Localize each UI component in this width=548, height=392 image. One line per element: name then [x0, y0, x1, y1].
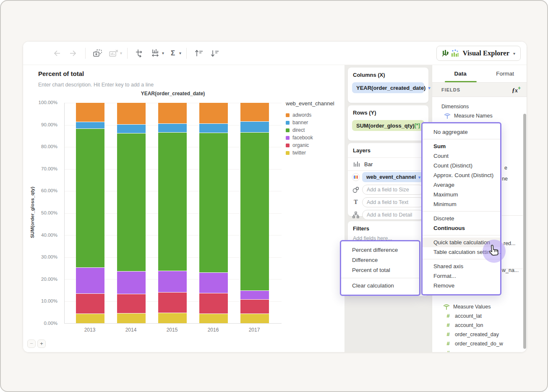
menu-item-percent-difference[interactable]: Percent difference: [341, 245, 419, 255]
field-item-clipped[interactable]: ne: [502, 176, 508, 182]
add-calculation-button[interactable]: ƒx+: [512, 85, 521, 94]
menu-item-percent-of-total[interactable]: Percent of total: [341, 265, 419, 275]
legend-item-direct[interactable]: direct: [286, 126, 334, 134]
menu-item-count[interactable]: Count: [423, 151, 500, 161]
sidebar-scrollbar[interactable]: [523, 114, 526, 349]
bar-segment-banner[interactable]: [158, 123, 187, 132]
field-item-measure-names[interactable]: Measure Names: [443, 112, 493, 119]
menu-item-format[interactable]: Format...: [423, 271, 500, 281]
legend-items: adwordsbannerdirectfacebookorganictwitte…: [286, 111, 334, 157]
bar-segment-organic[interactable]: [199, 293, 228, 314]
menu-item-difference[interactable]: Difference: [341, 255, 419, 265]
zoom-out-button[interactable]: −: [27, 340, 36, 348]
bar-segment-twitter[interactable]: [117, 313, 146, 323]
aggregate-button[interactable]: Σ: [165, 46, 180, 61]
field-item-order-created-day[interactable]: #order_created_day: [444, 331, 499, 337]
bar-segment-facebook[interactable]: [158, 271, 187, 292]
bar-segment-adwords[interactable]: [199, 103, 228, 123]
field-item-order-created-do-w[interactable]: #order_created_do_w: [444, 340, 503, 347]
swap-axes-button[interactable]: [132, 46, 147, 61]
field-item-clipped[interactable]: red...: [504, 240, 516, 246]
menu-item-minimum[interactable]: Minimum: [423, 199, 500, 209]
bar-segment-organic[interactable]: [117, 294, 146, 313]
sort-descending-button[interactable]: [207, 46, 222, 61]
bar-segment-twitter[interactable]: [199, 314, 228, 323]
menu-item-maximum[interactable]: Maximum: [423, 190, 500, 199]
bar-2014[interactable]: [117, 103, 146, 323]
field-item-account-lon[interactable]: #account_lon: [444, 322, 483, 328]
legend-item-banner[interactable]: banner: [286, 119, 334, 126]
app-switcher-button[interactable]: Visual Explorer ▾: [436, 46, 521, 61]
clear-chart-icon: [109, 49, 119, 58]
color-field-pill[interactable]: web_event_channel ▾: [362, 172, 425, 182]
axis-distribution-button[interactable]: [148, 46, 163, 61]
color-wheel-icon[interactable]: [351, 173, 360, 181]
bar-segment-direct[interactable]: [76, 128, 104, 267]
legend-item-organic[interactable]: organic: [286, 141, 334, 149]
bar-segment-adwords[interactable]: [240, 103, 269, 121]
menu-item-discrete[interactable]: Discrete: [423, 214, 500, 223]
menu-item-average[interactable]: Average: [423, 180, 500, 190]
tab-format[interactable]: Format: [483, 65, 527, 82]
menu-item-no-aggregate[interactable]: No aggregate: [423, 127, 500, 137]
field-item-clipped-bottom[interactable]: #: [444, 350, 455, 353]
bar-segment-direct[interactable]: [240, 132, 269, 290]
menu-item-shared-axis[interactable]: Shared axis: [423, 261, 500, 271]
legend-item-twitter[interactable]: twitter: [286, 149, 334, 157]
bar-segment-adwords[interactable]: [76, 103, 104, 122]
bar-segment-organic[interactable]: [240, 299, 269, 314]
bar-segment-banner[interactable]: [240, 121, 269, 133]
legend-item-facebook[interactable]: facebook: [286, 134, 334, 141]
rows-pill[interactable]: SUM(order_gloss_qty) [*] ▾: [352, 120, 424, 131]
bar-segment-adwords[interactable]: [158, 103, 187, 123]
bar-segment-banner[interactable]: [117, 124, 146, 133]
bar-2016[interactable]: [199, 103, 228, 323]
bar-segment-facebook[interactable]: [199, 272, 228, 293]
bar-segment-facebook[interactable]: [117, 271, 146, 294]
back-button[interactable]: [50, 46, 65, 61]
axis-distribution-caret-icon[interactable]: ▾: [162, 51, 164, 55]
bar-2013[interactable]: [76, 103, 104, 323]
layer-type-row[interactable]: Bar: [348, 157, 428, 171]
size-field-input[interactable]: Add a field to Size: [362, 185, 424, 195]
duplicate-chart-button[interactable]: [90, 46, 105, 61]
bar-segment-organic[interactable]: [76, 293, 104, 314]
columns-pill-caret-icon[interactable]: ▾: [428, 86, 430, 90]
bar-segment-banner[interactable]: [76, 122, 104, 128]
detail-field-input[interactable]: Add a field to Detail: [362, 210, 424, 220]
forward-button[interactable]: [65, 46, 81, 61]
bar-segment-direct[interactable]: [117, 133, 146, 271]
chart-description-input[interactable]: Enter chart description. Hit Enter key t…: [38, 82, 154, 88]
bar-segment-twitter[interactable]: [76, 314, 104, 323]
menu-item-sum[interactable]: Sum: [423, 141, 500, 151]
bar-segment-twitter[interactable]: [240, 314, 269, 323]
sort-ascending-button[interactable]: [191, 46, 206, 61]
aggregate-caret-icon[interactable]: ▾: [179, 51, 181, 55]
menu-item-approx-count-distinct[interactable]: Approx. Count (Distinct): [423, 170, 500, 180]
columns-pill[interactable]: YEAR(order_created_date) ▾: [352, 82, 424, 93]
bar-2015[interactable]: [158, 103, 187, 323]
menu-item-continuous[interactable]: Continuous: [423, 223, 500, 233]
field-item-account-lat[interactable]: #account_lat: [444, 313, 482, 319]
bar-segment-direct[interactable]: [158, 132, 187, 271]
bar-segment-facebook[interactable]: [76, 267, 104, 293]
menu-item-remove[interactable]: Remove: [423, 281, 500, 290]
bar-segment-facebook[interactable]: [240, 290, 269, 299]
tab-data[interactable]: Data: [438, 65, 483, 82]
clear-chart-button[interactable]: [106, 46, 121, 61]
bar-2017[interactable]: [240, 103, 269, 323]
bar-segment-twitter[interactable]: [158, 313, 187, 323]
bar-segment-direct[interactable]: [199, 133, 228, 272]
clear-chart-caret-icon[interactable]: ▾: [120, 51, 122, 55]
color-field-caret-icon[interactable]: ▾: [418, 175, 420, 180]
menu-item-count-distinct[interactable]: Count (Distinct): [423, 161, 500, 170]
field-item-clipped[interactable]: e: [504, 165, 507, 171]
field-item-measure-values[interactable]: Measure Values: [442, 303, 491, 310]
zoom-in-button[interactable]: +: [37, 340, 46, 348]
bar-segment-organic[interactable]: [158, 292, 187, 313]
bar-segment-adwords[interactable]: [117, 103, 146, 124]
legend-item-adwords[interactable]: adwords: [286, 111, 334, 119]
text-field-input[interactable]: Add a field to Text: [362, 197, 424, 207]
bar-segment-banner[interactable]: [199, 123, 228, 133]
menu-item-clear-calculation[interactable]: Clear calculation: [341, 281, 419, 291]
